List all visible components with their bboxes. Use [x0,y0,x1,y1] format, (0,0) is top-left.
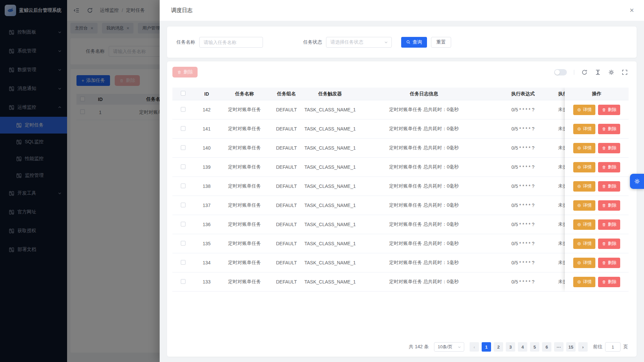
close-icon[interactable]: × [630,7,634,14]
search-button[interactable]: 查询 [401,37,427,48]
cell-task-name: 定时对账单任务 [219,164,270,170]
next-page-button[interactable]: › [578,342,588,352]
detail-button[interactable]: 详情 [573,143,595,153]
detail-button[interactable]: 详情 [573,200,595,211]
cell-task-name: 定时对账单任务 [219,126,270,132]
row-actions: 详情删除 [565,158,629,177]
row-delete-button[interactable]: 删除 [598,105,620,115]
prev-page-button[interactable]: ‹ [470,342,479,352]
gear-icon [634,178,640,185]
cell-task-name: 定时对账单任务 [219,221,270,227]
row-delete-button[interactable]: 删除 [598,124,620,134]
row-actions: 详情删除 [565,272,629,292]
row-checkbox[interactable] [181,260,185,265]
cell-task-name: 定时对账单任务 [219,241,270,247]
detail-button[interactable]: 详情 [573,219,595,230]
cell-cron: 0/5 * * * * ? [491,279,555,285]
page-button-active[interactable]: 1 [482,342,491,352]
detail-button[interactable]: 详情 [573,258,595,268]
log-table-row: 133定时对账单任务DEFAULTTASK_CLASS_NAME_1定时对账单任… [172,272,629,292]
cell-cron: 0/5 * * * * ? [491,184,555,189]
page-button[interactable]: 2 [494,342,503,352]
drawer-header: 调度日志 × [160,0,644,21]
batch-delete-button[interactable]: 删除 [172,67,198,77]
log-table-row: 134定时对账单任务DEFAULTTASK_CLASS_NAME_1定时对账单任… [172,253,629,272]
cell-cron: 0/5 * * * * ? [491,107,555,112]
cell-log: 定时对账单任务 总共耗时：0毫秒 [357,164,491,170]
cell-trigger: TASK_CLASS_NAME_1 [303,260,357,265]
more-pages-button[interactable]: ··· [554,342,564,352]
cell-cron: 0/5 * * * * ? [491,203,555,208]
task-name-input[interactable] [199,37,263,48]
detail-button[interactable]: 详情 [573,239,595,249]
detail-button[interactable]: 详情 [573,124,595,134]
row-actions: 详情删除 [565,100,629,119]
line-height-icon[interactable] [595,69,601,75]
page-button[interactable]: 6 [542,342,551,352]
row-checkbox[interactable] [181,241,185,246]
log-table-header: ID 任务名称 任务组名 任务触发器 任务日志信息 执行表达式 执行状态 [172,88,629,100]
eye-icon [577,280,581,284]
cell-log: 定时对账单任务 总共耗时：0毫秒 [357,126,491,132]
cell-trigger: TASK_CLASS_NAME_1 [303,222,357,227]
settings-icon[interactable] [608,69,614,75]
col-id: ID [194,91,219,97]
page-button[interactable]: 4 [518,342,527,352]
cell-id: 133 [194,279,219,285]
task-status-select[interactable]: 请选择任务状态 [326,37,392,48]
log-table-row: 139定时对账单任务DEFAULTTASK_CLASS_NAME_1定时对账单任… [172,158,629,177]
cell-id: 134 [194,260,219,265]
row-checkbox[interactable] [181,145,185,150]
row-delete-button[interactable]: 删除 [598,277,620,287]
row-checkbox[interactable] [181,126,185,131]
row-checkbox[interactable] [181,107,185,112]
cell-cron: 0/5 * * * * ? [491,241,555,246]
detail-button[interactable]: 详情 [573,105,595,115]
trash-icon [602,146,606,150]
cell-trigger: TASK_CLASS_NAME_1 [303,241,357,246]
page-button[interactable]: 15 [566,342,576,352]
task-name-label: 任务名称 [176,39,195,45]
density-switch[interactable] [554,69,567,75]
table-toolbar: 删除 [172,67,631,77]
toolbar-divider [574,70,574,75]
cell-id: 137 [194,203,219,208]
row-checkbox[interactable] [181,222,185,226]
row-delete-button[interactable]: 删除 [598,219,620,230]
detail-button[interactable]: 详情 [573,277,595,287]
row-checkbox[interactable] [181,184,185,188]
cell-trigger: TASK_CLASS_NAME_1 [303,203,357,208]
row-delete-button[interactable]: 删除 [598,200,620,211]
cell-log: 定时对账单任务 总共耗时：0毫秒 [357,183,491,189]
drawer-title: 调度日志 [171,7,193,14]
row-actions: 详情删除 [565,177,629,196]
detail-button[interactable]: 详情 [573,162,595,172]
page-button[interactable]: 5 [530,342,539,352]
row-delete-button[interactable]: 删除 [598,181,620,192]
col-log: 任务日志信息 [357,91,491,97]
reset-button[interactable]: 重置 [431,37,451,48]
eye-icon [577,127,581,131]
log-table-row: 141定时对账单任务DEFAULTTASK_CLASS_NAME_1定时对账单任… [172,119,629,139]
cell-group: DEFAULT [270,241,303,246]
row-delete-button[interactable]: 删除 [598,239,620,249]
select-all-checkbox[interactable] [181,91,185,96]
col-cron: 执行表达式 [491,91,555,97]
row-checkbox[interactable] [181,203,185,207]
settings-fab[interactable] [630,174,644,189]
row-checkbox[interactable] [181,164,185,169]
fullscreen-icon[interactable] [622,69,628,75]
row-delete-button[interactable]: 删除 [598,162,620,172]
row-checkbox[interactable] [181,279,185,284]
cell-id: 139 [194,164,219,170]
page-size-select[interactable]: 10条/页 [434,342,464,352]
row-delete-button[interactable]: 删除 [598,258,620,268]
detail-button[interactable]: 详情 [573,181,595,192]
cell-cron: 0/5 * * * * ? [491,164,555,170]
row-delete-button[interactable]: 删除 [598,143,620,153]
chevron-down-icon [458,345,461,349]
refresh-icon[interactable] [581,69,588,75]
page-button[interactable]: 3 [506,342,515,352]
cell-log: 定时对账单任务 总共耗时：0毫秒 [357,202,491,208]
goto-page-input[interactable] [605,342,621,352]
